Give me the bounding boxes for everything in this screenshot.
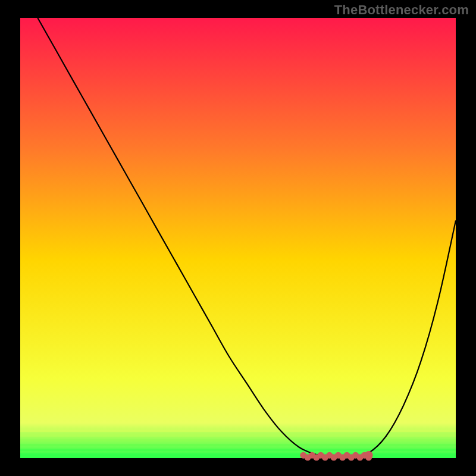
svg-rect-5 [20, 453, 456, 456]
optimum-marker-end [365, 451, 373, 459]
chart-svg [0, 0, 476, 476]
plot-area [20, 18, 456, 458]
svg-rect-4 [20, 449, 456, 451]
attribution-text: TheBottlenecker.com [0, 2, 476, 18]
svg-rect-1 [20, 434, 456, 437]
svg-rect-3 [20, 444, 456, 446]
svg-rect-2 [20, 439, 456, 441]
chart-stage: TheBottlenecker.com [0, 0, 476, 476]
